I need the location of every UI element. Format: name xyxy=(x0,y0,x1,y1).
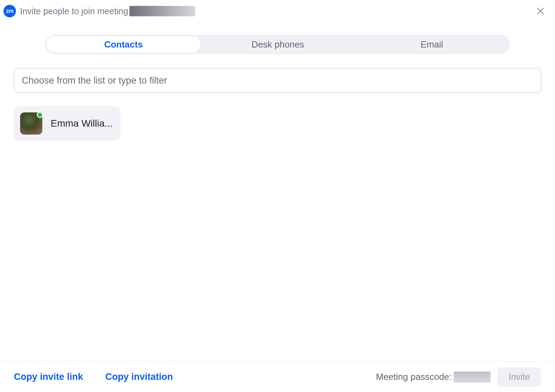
filter-input[interactable] xyxy=(21,75,534,86)
copy-invite-link-button[interactable]: Copy invite link xyxy=(14,372,83,382)
close-button[interactable] xyxy=(533,3,548,19)
title-bar: zm Invite people to join meeting xyxy=(0,0,555,21)
invite-dialog: zm Invite people to join meeting Contact… xyxy=(0,0,555,392)
meeting-id-redacted xyxy=(129,6,195,16)
tab-contacts[interactable]: Contacts xyxy=(46,36,201,53)
copy-invitation-button[interactable]: Copy invitation xyxy=(105,372,173,382)
tab-bar: Contacts Desk phones Email xyxy=(45,35,510,54)
window-title: Invite people to join meeting xyxy=(20,6,128,16)
filter-input-container[interactable] xyxy=(14,68,541,93)
meeting-passcode-label: Meeting passcode: xyxy=(376,372,452,382)
meeting-passcode-redacted xyxy=(454,372,490,383)
footer-bar: Copy invite link Copy invitation Meeting… xyxy=(0,361,555,392)
zoom-logo-icon: zm xyxy=(3,5,16,17)
tab-desk-phones[interactable]: Desk phones xyxy=(201,36,355,53)
tab-label: Contacts xyxy=(104,39,143,50)
close-icon xyxy=(536,7,545,16)
contact-name: Emma Willia... xyxy=(51,118,113,129)
invite-button[interactable]: Invite xyxy=(497,367,541,387)
zoom-logo-text: zm xyxy=(6,8,13,14)
tab-label: Email xyxy=(420,39,443,50)
contact-card[interactable]: Emma Willia... xyxy=(14,106,120,141)
tab-label: Desk phones xyxy=(251,39,304,50)
tab-bar-container: Contacts Desk phones Email xyxy=(0,35,555,54)
search-row xyxy=(0,68,555,93)
contacts-list: Emma Willia... xyxy=(0,93,555,361)
avatar xyxy=(20,112,42,135)
tab-email[interactable]: Email xyxy=(355,36,509,53)
presence-online-icon xyxy=(37,112,43,118)
